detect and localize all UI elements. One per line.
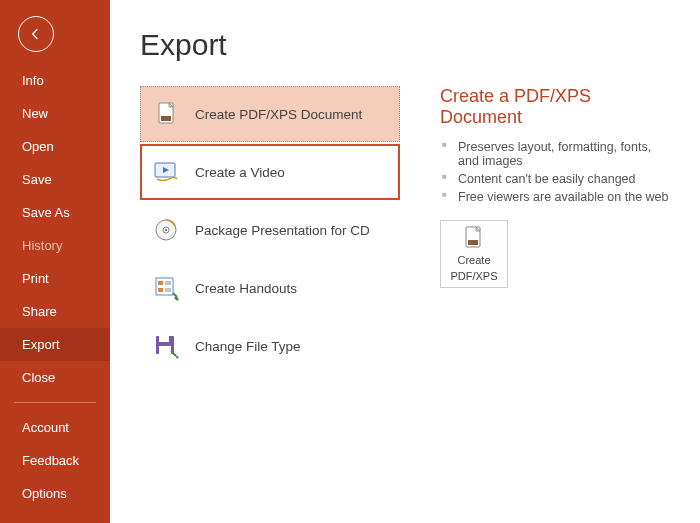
option-change-file-type[interactable]: Change File Type <box>140 318 400 374</box>
svg-rect-17 <box>159 346 171 354</box>
svg-rect-1 <box>161 116 171 121</box>
sidebar-label: Info <box>22 73 44 88</box>
handouts-icon <box>153 275 181 301</box>
sidebar-item-close[interactable]: Close <box>0 361 110 394</box>
svg-rect-11 <box>158 288 163 292</box>
sidebar-item-info[interactable]: Info <box>0 64 110 97</box>
sidebar-label: Print <box>22 271 49 286</box>
detail-title: Create a PDF/XPS Document <box>440 86 670 128</box>
sidebar-item-export[interactable]: Export <box>0 328 110 361</box>
option-label: Create a Video <box>195 165 285 180</box>
sidebar-item-save[interactable]: Save <box>0 163 110 196</box>
svg-point-6 <box>165 229 167 231</box>
sidebar-label: Open <box>22 139 54 154</box>
sidebar-item-save-as[interactable]: Save As <box>0 196 110 229</box>
option-label: Change File Type <box>195 339 301 354</box>
pdf-document-icon <box>460 225 488 251</box>
backstage-sidebar: Info New Open Save Save As History Print… <box>0 0 110 523</box>
sidebar-label: New <box>22 106 48 121</box>
svg-marker-18 <box>175 355 179 359</box>
export-options-list: Create PDF/XPS Document Create a Video <box>140 86 400 376</box>
save-as-icon <box>153 333 181 359</box>
sidebar-label: Share <box>22 304 57 319</box>
sidebar-label: Account <box>22 420 69 435</box>
sidebar-label: History <box>22 238 62 253</box>
arrow-left-icon <box>28 26 44 42</box>
svg-rect-16 <box>159 336 169 342</box>
page-title: Export <box>140 28 670 62</box>
button-label-line1: Create <box>457 254 490 267</box>
sidebar-item-open[interactable]: Open <box>0 130 110 163</box>
create-pdf-xps-button[interactable]: Create PDF/XPS <box>440 220 508 288</box>
sidebar-item-feedback[interactable]: Feedback <box>0 444 110 477</box>
option-label: Create Handouts <box>195 281 297 296</box>
main-panel: Export Create PDF/XPS Document <box>110 0 700 523</box>
sidebar-label: Export <box>22 337 60 352</box>
svg-rect-7 <box>156 278 173 295</box>
sidebar-item-history: History <box>0 229 110 262</box>
option-create-video[interactable]: Create a Video <box>140 144 400 200</box>
sidebar-item-account[interactable]: Account <box>0 411 110 444</box>
export-detail-panel: Create a PDF/XPS Document Preserves layo… <box>440 86 670 376</box>
sidebar-item-new[interactable]: New <box>0 97 110 130</box>
svg-rect-20 <box>468 240 478 245</box>
back-button[interactable] <box>18 16 54 52</box>
sidebar-item-options[interactable]: Options <box>0 477 110 510</box>
sidebar-item-share[interactable]: Share <box>0 295 110 328</box>
option-create-pdf-xps[interactable]: Create PDF/XPS Document <box>140 86 400 142</box>
export-content: Create PDF/XPS Document Create a Video <box>140 86 670 376</box>
sidebar-label: Save As <box>22 205 70 220</box>
option-create-handouts[interactable]: Create Handouts <box>140 260 400 316</box>
button-label-line2: PDF/XPS <box>450 270 497 283</box>
option-label: Create PDF/XPS Document <box>195 107 362 122</box>
video-icon <box>153 159 181 185</box>
detail-bullet: Free viewers are available on the web <box>440 188 670 206</box>
sidebar-label: Save <box>22 172 52 187</box>
option-package-cd[interactable]: Package Presentation for CD <box>140 202 400 258</box>
detail-bullet: Preserves layout, formatting, fonts, and… <box>440 138 670 170</box>
svg-rect-8 <box>158 281 163 285</box>
sidebar-item-print[interactable]: Print <box>0 262 110 295</box>
detail-bullets: Preserves layout, formatting, fonts, and… <box>440 138 670 206</box>
sidebar-label: Options <box>22 486 67 501</box>
cd-icon <box>153 217 181 243</box>
sidebar-label: Feedback <box>22 453 79 468</box>
sidebar-divider <box>14 402 96 403</box>
option-label: Package Presentation for CD <box>195 223 370 238</box>
detail-bullet: Content can't be easily changed <box>440 170 670 188</box>
pdf-document-icon <box>153 101 181 127</box>
svg-marker-14 <box>174 296 179 301</box>
sidebar-label: Close <box>22 370 55 385</box>
